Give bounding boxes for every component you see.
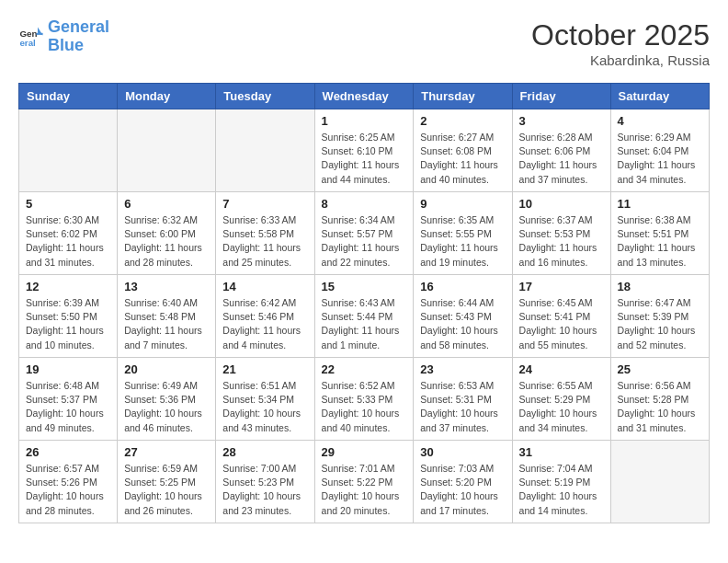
day-info: Sunrise: 6:48 AM Sunset: 5:37 PM Dayligh… bbox=[26, 379, 110, 435]
day-info: Sunrise: 6:45 AM Sunset: 5:41 PM Dayligh… bbox=[519, 296, 604, 352]
day-number: 17 bbox=[519, 280, 604, 293]
day-info: Sunrise: 6:43 AM Sunset: 5:44 PM Dayligh… bbox=[322, 296, 407, 352]
calendar-cell: 24Sunrise: 6:55 AM Sunset: 5:29 PM Dayli… bbox=[512, 358, 610, 441]
day-info: Sunrise: 6:49 AM Sunset: 5:36 PM Dayligh… bbox=[124, 379, 209, 435]
day-number: 30 bbox=[420, 445, 505, 459]
week-row: 5Sunrise: 6:30 AM Sunset: 6:02 PM Daylig… bbox=[19, 192, 710, 275]
calendar-cell: 12Sunrise: 6:39 AM Sunset: 5:50 PM Dayli… bbox=[19, 275, 118, 358]
day-number: 1 bbox=[322, 114, 407, 128]
day-number: 11 bbox=[618, 197, 702, 211]
day-number: 31 bbox=[519, 445, 604, 459]
day-info: Sunrise: 6:32 AM Sunset: 6:00 PM Dayligh… bbox=[124, 213, 209, 270]
day-info: Sunrise: 6:35 AM Sunset: 5:55 PM Dayligh… bbox=[420, 213, 505, 270]
day-info: Sunrise: 6:44 AM Sunset: 5:43 PM Dayligh… bbox=[420, 296, 505, 352]
day-info: Sunrise: 6:40 AM Sunset: 5:48 PM Dayligh… bbox=[124, 296, 209, 352]
day-number: 19 bbox=[26, 362, 110, 376]
day-number: 3 bbox=[519, 114, 604, 128]
day-number: 25 bbox=[618, 362, 702, 376]
calendar-cell: 17Sunrise: 6:45 AM Sunset: 5:41 PM Dayli… bbox=[512, 275, 610, 358]
day-number: 5 bbox=[26, 197, 110, 211]
calendar-cell: 8Sunrise: 6:34 AM Sunset: 5:57 PM Daylig… bbox=[314, 192, 414, 275]
week-row: 26Sunrise: 6:57 AM Sunset: 5:26 PM Dayli… bbox=[19, 441, 710, 523]
month-title: October 2025 bbox=[531, 18, 710, 52]
day-number: 16 bbox=[420, 280, 505, 293]
calendar-cell: 25Sunrise: 6:56 AM Sunset: 5:28 PM Dayli… bbox=[610, 358, 709, 441]
day-number: 27 bbox=[124, 445, 209, 459]
day-info: Sunrise: 6:27 AM Sunset: 6:08 PM Dayligh… bbox=[420, 131, 505, 187]
calendar-cell: 14Sunrise: 6:42 AM Sunset: 5:46 PM Dayli… bbox=[216, 275, 314, 358]
day-number: 23 bbox=[420, 362, 505, 376]
logo-text: GeneralBlue bbox=[48, 18, 109, 55]
calendar-cell: 20Sunrise: 6:49 AM Sunset: 5:36 PM Dayli… bbox=[118, 358, 216, 441]
calendar-cell: 28Sunrise: 7:00 AM Sunset: 5:23 PM Dayli… bbox=[216, 441, 314, 523]
day-info: Sunrise: 6:33 AM Sunset: 5:58 PM Dayligh… bbox=[222, 213, 307, 270]
svg-rect-3 bbox=[37, 33, 43, 35]
calendar-cell: 10Sunrise: 6:37 AM Sunset: 5:53 PM Dayli… bbox=[512, 192, 610, 275]
day-info: Sunrise: 6:59 AM Sunset: 5:25 PM Dayligh… bbox=[124, 462, 209, 518]
calendar-cell: 27Sunrise: 6:59 AM Sunset: 5:25 PM Dayli… bbox=[118, 441, 216, 523]
calendar-cell: 6Sunrise: 6:32 AM Sunset: 6:00 PM Daylig… bbox=[118, 192, 216, 275]
calendar-cell: 16Sunrise: 6:44 AM Sunset: 5:43 PM Dayli… bbox=[414, 275, 512, 358]
calendar-cell bbox=[216, 109, 314, 192]
day-info: Sunrise: 6:47 AM Sunset: 5:39 PM Dayligh… bbox=[618, 296, 702, 352]
calendar-cell: 1Sunrise: 6:25 AM Sunset: 6:10 PM Daylig… bbox=[314, 109, 414, 192]
day-number: 18 bbox=[618, 280, 702, 293]
calendar-cell: 30Sunrise: 7:03 AM Sunset: 5:20 PM Dayli… bbox=[414, 441, 512, 523]
calendar-cell: 4Sunrise: 6:29 AM Sunset: 6:04 PM Daylig… bbox=[610, 109, 709, 192]
svg-text:eral: eral bbox=[19, 38, 36, 48]
weekday-header: Sunday bbox=[19, 84, 118, 109]
day-info: Sunrise: 6:57 AM Sunset: 5:26 PM Dayligh… bbox=[26, 462, 110, 518]
location: Kabardinka, Russia bbox=[531, 52, 710, 68]
day-info: Sunrise: 7:03 AM Sunset: 5:20 PM Dayligh… bbox=[420, 462, 505, 518]
calendar-cell: 23Sunrise: 6:53 AM Sunset: 5:31 PM Dayli… bbox=[414, 358, 512, 441]
day-info: Sunrise: 6:25 AM Sunset: 6:10 PM Dayligh… bbox=[322, 131, 407, 187]
day-info: Sunrise: 6:29 AM Sunset: 6:04 PM Dayligh… bbox=[618, 131, 702, 187]
calendar-cell: 19Sunrise: 6:48 AM Sunset: 5:37 PM Dayli… bbox=[19, 358, 118, 441]
calendar-cell bbox=[118, 109, 216, 192]
calendar-cell: 3Sunrise: 6:28 AM Sunset: 6:06 PM Daylig… bbox=[512, 109, 610, 192]
day-number: 20 bbox=[124, 362, 209, 376]
weekday-header: Wednesday bbox=[314, 84, 414, 109]
day-info: Sunrise: 7:04 AM Sunset: 5:19 PM Dayligh… bbox=[519, 462, 604, 518]
day-number: 9 bbox=[420, 197, 505, 211]
page-header: Gen eral GeneralBlue October 2025 Kabard… bbox=[18, 18, 710, 68]
calendar-table: SundayMondayTuesdayWednesdayThursdayFrid… bbox=[18, 83, 710, 523]
day-number: 12 bbox=[26, 280, 110, 293]
weekday-header: Saturday bbox=[610, 84, 709, 109]
day-number: 2 bbox=[420, 114, 505, 128]
weekday-header: Friday bbox=[512, 84, 610, 109]
day-number: 15 bbox=[322, 280, 407, 293]
calendar-cell: 26Sunrise: 6:57 AM Sunset: 5:26 PM Dayli… bbox=[19, 441, 118, 523]
calendar-cell bbox=[610, 441, 709, 523]
day-info: Sunrise: 6:56 AM Sunset: 5:28 PM Dayligh… bbox=[618, 379, 702, 435]
day-info: Sunrise: 6:53 AM Sunset: 5:31 PM Dayligh… bbox=[420, 379, 505, 435]
day-info: Sunrise: 7:00 AM Sunset: 5:23 PM Dayligh… bbox=[222, 462, 307, 518]
title-block: October 2025 Kabardinka, Russia bbox=[531, 18, 710, 68]
calendar-cell: 7Sunrise: 6:33 AM Sunset: 5:58 PM Daylig… bbox=[216, 192, 314, 275]
day-number: 21 bbox=[222, 362, 307, 376]
day-number: 26 bbox=[26, 445, 110, 459]
weekday-header: Tuesday bbox=[216, 84, 314, 109]
weekday-header: Thursday bbox=[414, 84, 512, 109]
day-info: Sunrise: 6:37 AM Sunset: 5:53 PM Dayligh… bbox=[519, 213, 604, 270]
calendar-cell: 11Sunrise: 6:38 AM Sunset: 5:51 PM Dayli… bbox=[610, 192, 709, 275]
week-row: 19Sunrise: 6:48 AM Sunset: 5:37 PM Dayli… bbox=[19, 358, 710, 441]
day-number: 8 bbox=[322, 197, 407, 211]
calendar-cell: 9Sunrise: 6:35 AM Sunset: 5:55 PM Daylig… bbox=[414, 192, 512, 275]
weekday-header-row: SundayMondayTuesdayWednesdayThursdayFrid… bbox=[19, 84, 710, 109]
day-number: 22 bbox=[322, 362, 407, 376]
calendar-cell: 29Sunrise: 7:01 AM Sunset: 5:22 PM Dayli… bbox=[314, 441, 414, 523]
day-info: Sunrise: 6:39 AM Sunset: 5:50 PM Dayligh… bbox=[26, 296, 110, 352]
day-info: Sunrise: 6:38 AM Sunset: 5:51 PM Dayligh… bbox=[618, 213, 702, 270]
day-number: 7 bbox=[222, 197, 307, 211]
logo-icon: Gen eral bbox=[18, 24, 44, 50]
day-info: Sunrise: 6:42 AM Sunset: 5:46 PM Dayligh… bbox=[222, 296, 307, 352]
day-number: 28 bbox=[222, 445, 307, 459]
day-info: Sunrise: 6:51 AM Sunset: 5:34 PM Dayligh… bbox=[222, 379, 307, 435]
calendar-cell: 2Sunrise: 6:27 AM Sunset: 6:08 PM Daylig… bbox=[414, 109, 512, 192]
day-info: Sunrise: 6:28 AM Sunset: 6:06 PM Dayligh… bbox=[519, 131, 604, 187]
day-number: 6 bbox=[124, 197, 209, 211]
week-row: 1Sunrise: 6:25 AM Sunset: 6:10 PM Daylig… bbox=[19, 109, 710, 192]
day-number: 24 bbox=[519, 362, 604, 376]
calendar-cell: 21Sunrise: 6:51 AM Sunset: 5:34 PM Dayli… bbox=[216, 358, 314, 441]
